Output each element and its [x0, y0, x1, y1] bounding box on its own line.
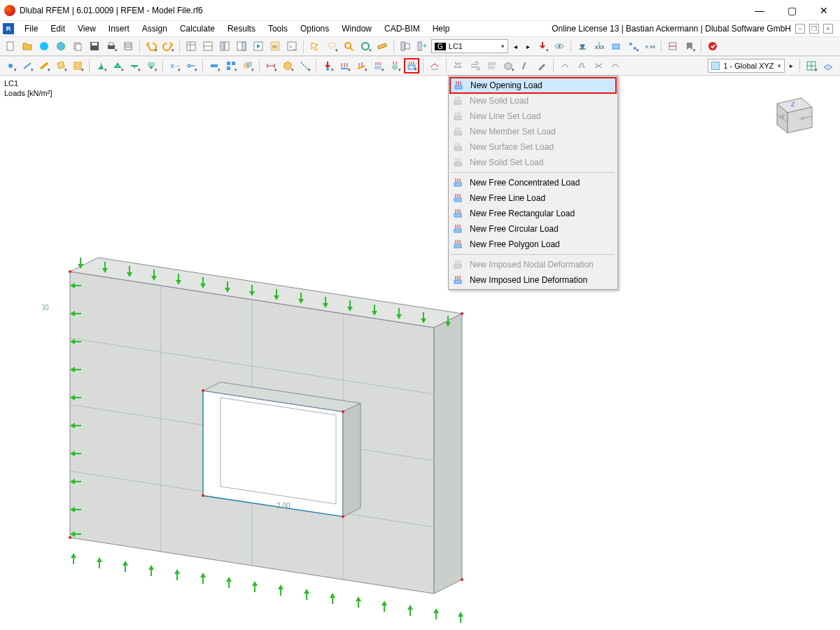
loadcase-combo[interactable]: G LC1 ▾ [431, 39, 508, 53]
load-dist-3-icon[interactable] [591, 58, 606, 74]
menu-options[interactable]: Options [294, 22, 335, 35]
solid-button[interactable] [280, 58, 295, 74]
mdi-close-icon[interactable]: × [823, 24, 833, 34]
console-button[interactable]: >_ [284, 38, 300, 54]
generate-load-icon[interactable] [427, 58, 442, 74]
block-button[interactable] [53, 38, 69, 54]
menuitem-new-opening-load[interactable]: New Opening Load [449, 77, 617, 94]
intersect-button[interactable] [240, 58, 255, 74]
maximize-button[interactable]: ▢ [776, 0, 808, 21]
calculate-button[interactable] [705, 38, 720, 54]
menuitem-new-free-concentrated-load[interactable]: New Free Concentrated Load [450, 175, 616, 190]
menuitem-new-imposed-line-deformation[interactable]: New Imposed Line Deformation [450, 272, 616, 288]
line-load-icon[interactable] [337, 58, 352, 74]
display-supports-button[interactable] [575, 38, 590, 54]
opening-load-dropdown-button[interactable] [404, 58, 419, 74]
model-view[interactable]: 2.00 2.00 [42, 181, 490, 629]
table-1-button[interactable] [183, 38, 199, 54]
select-lasso-button[interactable] [324, 38, 340, 54]
surface-support-icon[interactable] [144, 58, 159, 74]
menu-file[interactable]: File [18, 22, 44, 35]
section-button[interactable] [665, 38, 680, 54]
display-numbering-button[interactable] [625, 38, 640, 54]
panel-button[interactable] [234, 38, 249, 54]
grid-button[interactable] [804, 58, 819, 74]
display-values-button[interactable]: x.xx [642, 38, 657, 54]
menu-calculate[interactable]: Calculate [174, 22, 221, 35]
script-button[interactable]: sc [267, 38, 283, 54]
loadcase-new-button[interactable]: + [414, 38, 430, 54]
show-results-button[interactable] [552, 38, 567, 54]
copy-button[interactable] [70, 38, 85, 54]
line-support-icon[interactable] [110, 58, 125, 74]
node-button[interactable] [3, 58, 18, 74]
display-solid-button[interactable] [608, 38, 624, 54]
cloud-button[interactable] [36, 38, 52, 54]
select-poly-button[interactable] [307, 38, 323, 54]
display-loads-arrows-button[interactable]: xxx [592, 38, 607, 54]
save-button[interactable] [87, 38, 102, 54]
menuitem-new-free-polygon-load[interactable]: New Free Polygon Load [450, 237, 616, 252]
lc-next-button[interactable]: ▸ [522, 38, 533, 54]
workplane-button[interactable] [820, 58, 836, 74]
solid-load-gen-icon[interactable] [500, 58, 516, 74]
load-dist-2-icon[interactable] [574, 58, 589, 74]
measure-button[interactable] [374, 38, 390, 54]
menuitem-new-free-circular-load[interactable]: New Free Circular Load [450, 221, 616, 237]
show-loads-button[interactable] [535, 38, 550, 54]
clip-button[interactable] [682, 38, 697, 54]
navigator-button[interactable] [217, 38, 232, 54]
member-load-icon[interactable] [354, 58, 369, 74]
zoom-button[interactable] [358, 38, 373, 54]
hinge-button[interactable]: x→ [167, 58, 182, 74]
menu-window[interactable]: Window [335, 22, 378, 35]
menuitem-new-free-rectangular-load[interactable]: New Free Rectangular Load [450, 206, 616, 221]
surface-load-icon[interactable] [370, 58, 386, 74]
close-button[interactable]: ✕ [808, 0, 840, 21]
set-button[interactable] [223, 58, 239, 74]
table-2-button[interactable] [200, 38, 216, 54]
opening-button[interactable] [70, 58, 85, 74]
global-surface-load-icon[interactable] [387, 58, 402, 74]
coord-system-combo[interactable]: 1 - Global XYZ ▾ [708, 59, 785, 73]
menu-cad-bim[interactable]: CAD-BIM [378, 22, 426, 35]
print-button[interactable] [104, 38, 119, 54]
member-button[interactable] [36, 58, 52, 74]
wind-load-icon[interactable] [467, 58, 482, 74]
nodal-support-icon[interactable] [93, 58, 108, 74]
snow-load-icon[interactable] [450, 58, 465, 74]
lc-prev-button[interactable]: ◂ [510, 38, 521, 54]
find-button[interactable] [341, 38, 356, 54]
mdi-minimize-icon[interactable]: – [795, 24, 805, 34]
nav-cube[interactable]: X -Y Z [763, 90, 819, 139]
area-load-icon[interactable] [484, 58, 499, 74]
viewport[interactable]: LC1 Loads [kN/m²] [0, 76, 840, 630]
load-dist-4-icon[interactable] [608, 58, 623, 74]
load-dist-1-icon[interactable] [557, 58, 573, 74]
member-support-icon[interactable] [127, 58, 142, 74]
line-button[interactable] [20, 58, 35, 74]
minimize-button[interactable]: ― [743, 0, 776, 21]
undo-button[interactable] [144, 38, 159, 54]
rigid-link-button[interactable] [206, 58, 222, 74]
menuitem-new-free-line-load[interactable]: New Free Line Load [450, 190, 616, 206]
section-line-button[interactable] [297, 58, 312, 74]
menu-insert[interactable]: Insert [102, 22, 136, 35]
release-button[interactable] [183, 58, 199, 74]
open-button[interactable] [20, 38, 35, 54]
run-button[interactable] [251, 38, 266, 54]
menu-assign[interactable]: Assign [136, 22, 174, 35]
loadcase-nav-button[interactable] [398, 38, 413, 54]
menu-results[interactable]: Results [221, 22, 262, 35]
edit-load-icon[interactable] [534, 58, 550, 74]
mdi-restore-icon[interactable]: ❐ [809, 24, 819, 34]
menu-tools[interactable]: Tools [262, 22, 294, 35]
coord-next-button[interactable]: ▸ [786, 58, 796, 74]
imperfection-icon[interactable] [517, 58, 533, 74]
app-menu-icon[interactable]: R [3, 23, 14, 34]
dimension-button[interactable] [263, 58, 279, 74]
surface-button[interactable] [53, 58, 69, 74]
menu-edit[interactable]: Edit [44, 22, 71, 35]
new-button[interactable] [3, 38, 18, 54]
redo-button[interactable] [160, 38, 176, 54]
